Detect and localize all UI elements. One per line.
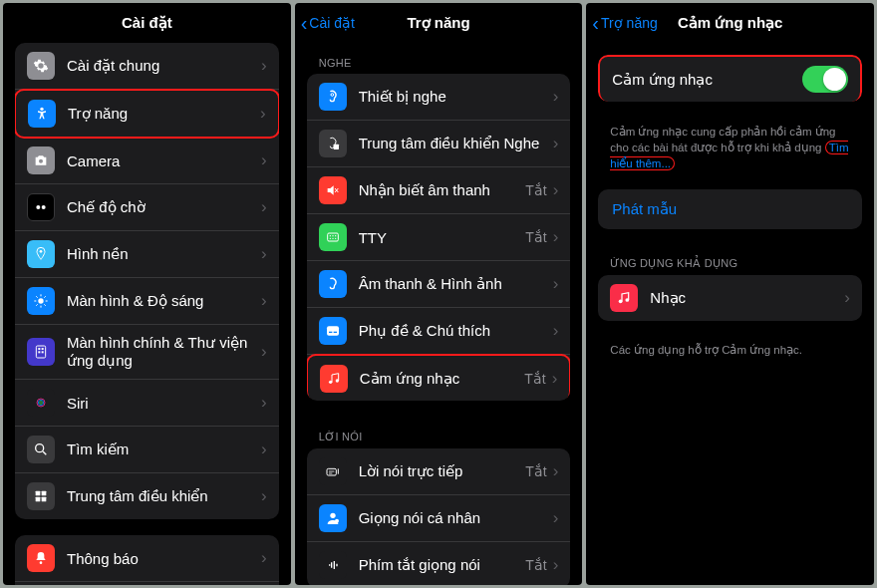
svg-point-30 (335, 235, 336, 236)
back-button[interactable]: ‹ Cài đặt (301, 13, 355, 33)
music-icon (610, 284, 638, 312)
chevron-right-icon: › (261, 393, 267, 413)
svg-point-41 (335, 519, 339, 523)
siri-icon (27, 389, 55, 417)
settings-row-musichaptic[interactable]: Cảm ứng nhạcTắt› (307, 354, 571, 401)
settings-row-soundrec[interactable]: Nhận biết âm thanhTắt› (307, 167, 571, 214)
svg-point-15 (36, 444, 44, 452)
settings-row-siri[interactable]: Siri› (15, 380, 279, 427)
ear-icon (319, 83, 347, 111)
settings-row-sound[interactable]: Âm thanh & Cảm ứng› (15, 582, 279, 585)
chevron-right-icon: › (261, 244, 267, 264)
phone-music-haptics: ‹ Trợ năng Cảm ứng nhạc Cảm ứng nhạc Cảm… (586, 3, 874, 585)
voice-icon (319, 504, 347, 532)
musichaptic-icon (320, 365, 348, 393)
svg-point-49 (619, 300, 623, 304)
svg-rect-27 (327, 233, 338, 241)
settings-row-hearcc[interactable]: Trung tâm điều khiển Nghe› (307, 121, 571, 167)
tty-icon (319, 223, 347, 251)
settings-row-controlcenter[interactable]: Trung tâm điều khiển› (15, 473, 279, 519)
svg-point-20 (40, 561, 43, 564)
row-label: Cài đặt chung (67, 57, 261, 75)
page-title: Cài đặt (122, 14, 172, 32)
svg-point-33 (335, 238, 336, 239)
settings-row-livespeech[interactable]: Lời nói trực tiếpTắt› (307, 448, 571, 495)
svg-rect-18 (36, 497, 41, 502)
svg-point-4 (40, 250, 43, 253)
row-label: Camera (67, 152, 261, 169)
accessibility-icon (28, 100, 56, 128)
row-value: Tắt (525, 229, 546, 245)
settings-row-gear[interactable]: Cài đặt chung› (15, 43, 279, 90)
svg-point-37 (329, 381, 332, 384)
settings-row-standby[interactable]: Chế độ chờ› (15, 184, 279, 231)
soundrec-icon (319, 176, 347, 204)
svg-point-2 (36, 205, 40, 209)
svg-rect-19 (42, 497, 47, 502)
search-icon (27, 436, 55, 463)
controlcenter-icon (27, 482, 55, 510)
settings-row-display[interactable]: Màn hình & Độ sáng› (15, 278, 279, 325)
toggle-switch[interactable] (802, 66, 848, 93)
content: Cảm ứng nhạc Cảm ứng nhạc cung cấp phản … (586, 43, 874, 585)
settings-row-music[interactable]: Nhạc› (598, 275, 862, 321)
content: Cài đặt chung›Trợ năng›Camera›Chế độ chờ… (3, 43, 291, 585)
svg-rect-36 (333, 332, 336, 333)
row-label: Giọng nói cá nhân (359, 509, 553, 527)
svg-point-38 (335, 379, 338, 382)
svg-point-32 (332, 238, 333, 239)
settings-row-accessibility[interactable]: Trợ năng› (15, 89, 279, 139)
svg-rect-7 (38, 348, 40, 350)
chevron-right-icon: › (553, 87, 559, 107)
header: Cài đặt (3, 3, 291, 43)
settings-row-homescreen[interactable]: Màn hình chính & Thư viện ứng dụng› (15, 325, 279, 380)
row-label: Chế độ chờ (67, 198, 261, 216)
svg-rect-26 (333, 145, 338, 149)
subtitle-icon (319, 317, 347, 345)
back-button[interactable]: ‹ Trợ năng (592, 13, 657, 33)
settings-row-subtitle[interactable]: Phụ đề & Chú thích› (307, 308, 571, 355)
chevron-right-icon: › (553, 461, 559, 481)
settings-row-search[interactable]: Tìm kiếm› (15, 427, 279, 473)
page-title: Trợ năng (407, 14, 469, 32)
row-label: Trung tâm điều khiển Nghe (359, 135, 553, 152)
svg-point-25 (331, 94, 334, 97)
settings-row-camera[interactable]: Camera› (15, 138, 279, 184)
phone-settings: Cài đặt Cài đặt chung›Trợ năng›Camera›Ch… (3, 3, 291, 585)
settings-row-wallpaper[interactable]: Hình nền› (15, 231, 279, 278)
back-label: Trợ năng (601, 15, 658, 31)
voiceshortcut-icon (319, 551, 347, 579)
row-label: Phím tắt giọng nói (359, 556, 526, 574)
description-text: Cảm ứng nhạc cung cấp phản hồi cảm ứng c… (598, 118, 862, 171)
footer-text: Các ứng dụng hỗ trợ Cảm ứng nhạc. (598, 337, 862, 363)
music-haptics-toggle-row[interactable]: Cảm ứng nhạc (598, 55, 862, 102)
header: ‹ Cài đặt Trợ năng (295, 3, 583, 43)
chevron-right-icon: › (261, 150, 267, 170)
section-label-speech: LỜI NÓI (307, 417, 571, 448)
settings-row-voice[interactable]: Giọng nói cá nhân› (307, 495, 571, 542)
speech-group: Lời nói trực tiếpTắt›Giọng nói cá nhân›P… (307, 448, 571, 585)
row-label: Lời nói trực tiếp (359, 462, 526, 480)
settings-row-tty[interactable]: TTYTắt› (307, 214, 571, 261)
settings-row-notification[interactable]: Thông báo› (15, 535, 279, 582)
audiovisual-icon (319, 270, 347, 298)
play-sample-button[interactable]: Phát mẫu (598, 189, 862, 229)
row-label: Trợ năng (68, 105, 260, 123)
hearcc-icon (319, 130, 347, 157)
chevron-right-icon: › (553, 321, 559, 341)
settings-group-2: Thông báo›Âm thanh & Cảm ứng›Tập trung›T… (15, 535, 279, 585)
settings-row-ear[interactable]: Thiết bị nghe› (307, 74, 571, 121)
settings-row-audiovisual[interactable]: Âm thanh & Hình ảnh› (307, 261, 571, 308)
svg-point-29 (332, 235, 333, 236)
settings-row-voiceshortcut[interactable]: Phím tắt giọng nóiTắt› (307, 542, 571, 585)
svg-rect-8 (42, 348, 44, 350)
chevron-right-icon: › (261, 56, 267, 76)
svg-point-0 (40, 108, 43, 111)
hearing-group: Thiết bị nghe›Trung tâm điều khiển Nghe›… (307, 74, 571, 401)
svg-point-1 (39, 159, 43, 163)
row-value: Tắt (525, 182, 546, 198)
row-label: Nhận biết âm thanh (359, 181, 526, 199)
row-label: Màn hình & Độ sáng (67, 292, 261, 310)
row-label: Hình nền (67, 245, 261, 263)
page-title: Cảm ứng nhạc (678, 14, 783, 32)
